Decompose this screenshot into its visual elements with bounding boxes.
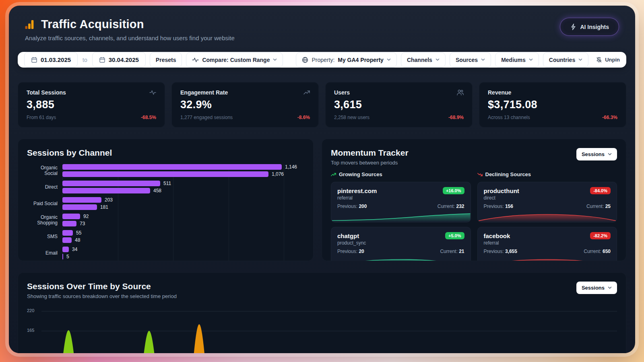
channel-bar: [62, 197, 101, 203]
sparkline: [478, 256, 617, 261]
source-name: facebook: [484, 232, 510, 239]
sparkline: [478, 211, 617, 222]
date-from-input[interactable]: 01.03.2025: [24, 52, 78, 68]
change-badge: -84.0%: [590, 187, 611, 194]
growing-sources-header: Growing Sources: [331, 171, 471, 177]
kpi-label: Revenue: [488, 89, 511, 96]
channel-bar: [62, 237, 72, 243]
channel-bar: [62, 171, 268, 177]
page-subtitle: Analyze traffic sources, channels, and u…: [25, 35, 235, 41]
channel-bar: [62, 230, 73, 236]
filter-bar: 01.03.2025 to 30.04.2025 Presets Compare…: [18, 52, 626, 68]
kpi-row: Total Sessions 3,885 From 61 days -68.5%…: [18, 82, 626, 128]
compare-range-button[interactable]: Compare: Custom Range: [186, 52, 283, 68]
page-background: Traffic Acquisition Analyze traffic sour…: [0, 0, 644, 362]
traffic-spike: [63, 330, 74, 353]
bar-value-label: 73: [80, 221, 85, 226]
momentum-tracker-panel: Momentum Tracker Top movers between peri…: [322, 139, 626, 261]
date-range-to-label: to: [83, 57, 87, 63]
kpi-delta: -66.3%: [602, 115, 617, 120]
momentum-card-producthunt: producthunt -84.0% direct Previous: 156 …: [477, 182, 617, 222]
time-chart-header: Sessions Over Time by Source Showing tra…: [27, 282, 617, 299]
trending-up-icon: [303, 90, 310, 95]
trending-up-icon: [331, 172, 336, 177]
globe-icon: [302, 57, 308, 63]
current-stat: Current: 21: [440, 249, 464, 254]
bar-row-email: Email 345: [27, 247, 304, 259]
countries-dropdown[interactable]: Countries: [543, 52, 588, 68]
sources-dropdown[interactable]: Sources: [450, 52, 491, 68]
category-label: Organic Social: [27, 165, 62, 177]
sessions-over-time-panel: Sessions Over Time by Source Showing tra…: [18, 272, 626, 353]
source-name: producthunt: [484, 187, 519, 194]
channel-bar: [62, 188, 150, 193]
title-block: Traffic Acquisition Analyze traffic sour…: [25, 18, 235, 41]
chevron-down-icon: [436, 58, 440, 61]
source-medium: product_sync: [337, 240, 464, 246]
zap-icon: [570, 23, 576, 30]
previous-stat: Previous: 200: [337, 204, 367, 209]
unpin-button[interactable]: Unpin: [596, 57, 620, 63]
channel-bar: [62, 204, 97, 210]
activity-icon: [192, 57, 199, 63]
previous-stat: Previous: 156: [484, 204, 513, 209]
current-stat: Current: 650: [584, 249, 611, 254]
bar-value-label: 203: [105, 197, 113, 203]
kpi-subtext: Across 13 channels: [488, 115, 530, 120]
ai-insights-button[interactable]: AI Insights: [560, 18, 619, 36]
source-name: pinterest.com: [337, 187, 377, 194]
bar-value-label: 92: [83, 214, 89, 219]
time-metric-dropdown[interactable]: Sessions: [576, 282, 617, 294]
users-icon: [457, 89, 464, 96]
chevron-down-icon: [481, 58, 485, 61]
time-chart-subtitle: Showing traffic sources breakdown over t…: [27, 293, 177, 299]
property-selector[interactable]: Property: My GA4 Property: [296, 52, 396, 68]
declining-sources-column: Declining Sources producthunt -84.0% dir…: [477, 171, 617, 261]
category-label: Organic Shopping: [27, 214, 62, 226]
kpi-delta: -68.5%: [141, 115, 156, 120]
calendar-icon: [99, 57, 105, 63]
bar-value-label: 458: [153, 188, 161, 193]
mediums-dropdown[interactable]: Mediums: [495, 52, 539, 68]
momentum-card-pinterest-com: pinterest.com +16.0% referral Previous: …: [331, 182, 471, 222]
channel-bar: [62, 254, 63, 259]
bar-value-label: 5: [66, 254, 69, 259]
chevron-down-icon: [273, 58, 277, 61]
momentum-metric-dropdown[interactable]: Sessions: [576, 148, 617, 160]
channels-dropdown[interactable]: Channels: [401, 52, 446, 68]
bar-row-sms: SMS 5548: [27, 230, 304, 243]
change-badge: +16.0%: [443, 187, 464, 194]
channel-bar: [62, 181, 160, 186]
chevron-down-icon: [608, 286, 612, 289]
source-name: chatgpt: [337, 232, 359, 239]
kpi-card-engagement-rate: Engagement Rate 32.9% 1,277 engaged sess…: [171, 82, 319, 128]
kpi-label: Engagement Rate: [180, 89, 228, 96]
kpi-subtext: From 61 days: [27, 115, 56, 120]
category-label: SMS: [27, 234, 62, 239]
current-stat: Current: 25: [586, 204, 611, 209]
source-medium: direct: [484, 195, 611, 201]
bar-value-label: 511: [163, 181, 171, 186]
activity-icon: [149, 89, 156, 96]
channel-bar: [62, 221, 76, 226]
kpi-label: Total Sessions: [27, 89, 66, 96]
kpi-delta: -68.9%: [448, 115, 464, 120]
date-to-input[interactable]: 30.04.2025: [92, 52, 146, 68]
page-title: Traffic Acquisition: [25, 18, 235, 31]
y-axis-tick: 220: [27, 308, 34, 313]
time-chart-title: Sessions Over Time by Source: [27, 282, 177, 291]
presets-button[interactable]: Presets: [150, 52, 182, 68]
channel-bar: [62, 164, 282, 170]
category-label: Direct: [27, 184, 62, 190]
change-badge: -82.2%: [590, 232, 611, 239]
bar-value-label: 55: [76, 230, 81, 236]
kpi-card-total-sessions: Total Sessions 3,885 From 61 days -68.5%: [18, 82, 165, 128]
pin-off-icon: [596, 57, 602, 63]
declining-sources-header: Declining Sources: [477, 171, 617, 177]
change-badge: +5.0%: [445, 232, 464, 239]
previous-stat: Previous: 20: [337, 249, 364, 254]
growing-sources-column: Growing Sources pinterest.com +16.0% ref…: [331, 171, 471, 261]
channel-chart-title: Sessions by Channel: [27, 148, 304, 158]
bar-row-direct: Direct 511458: [27, 181, 304, 193]
category-label: Paid Social: [27, 201, 62, 206]
